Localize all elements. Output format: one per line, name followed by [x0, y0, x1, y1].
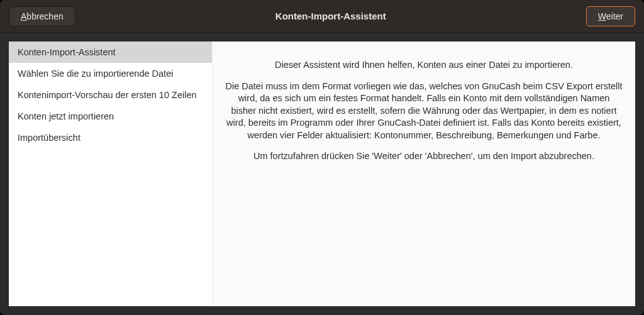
- wizard-step-intro[interactable]: Konten-Import-Assistent: [9, 41, 212, 63]
- wizard-steps-sidebar: Konten-Import-Assistent Wählen Sie die z…: [9, 41, 213, 306]
- wizard-step-choose-file[interactable]: Wählen Sie die zu importierende Datei: [9, 63, 212, 84]
- intro-paragraph-2: Die Datei muss im dem Format vorliegen w…: [225, 80, 623, 142]
- dialog-title: Konten-Import-Assistent: [83, 11, 579, 21]
- next-rest: eiter: [606, 11, 623, 21]
- next-mnemonic: W: [598, 11, 606, 21]
- wizard-page-body: Dieser Assistent wird Ihnen helfen, Kont…: [213, 41, 635, 306]
- intro-paragraph-1: Dieser Assistent wird Ihnen helfen, Kont…: [225, 59, 623, 72]
- wizard-step-summary[interactable]: Importübersicht: [9, 127, 212, 148]
- wizard-step-label: Konten jetzt importieren: [18, 111, 114, 121]
- titlebar: Abbrechen Konten-Import-Assistent Weiter: [0, 0, 644, 33]
- wizard-step-label: Konten-Import-Assistent: [18, 47, 116, 57]
- content-area: Konten-Import-Assistent Wählen Sie die z…: [9, 41, 635, 306]
- wizard-step-label: Wählen Sie die zu importierende Datei: [18, 69, 173, 79]
- wizard-step-label: Importübersicht: [18, 133, 80, 143]
- wizard-step-label: Kontenimport-Vorschau der ersten 10 Zeil…: [18, 90, 197, 100]
- cancel-rest: bbrechen: [26, 11, 63, 21]
- next-button[interactable]: Weiter: [586, 6, 635, 26]
- dialog-window: Abbrechen Konten-Import-Assistent Weiter…: [0, 0, 644, 315]
- intro-paragraph-3: Um fortzufahren drücken Sie 'Weiter' ode…: [225, 150, 623, 163]
- cancel-button[interactable]: Abbrechen: [9, 6, 75, 26]
- cancel-mnemonic: A: [21, 11, 26, 21]
- wizard-step-import-now[interactable]: Konten jetzt importieren: [9, 106, 212, 127]
- wizard-step-preview[interactable]: Kontenimport-Vorschau der ersten 10 Zeil…: [9, 84, 212, 106]
